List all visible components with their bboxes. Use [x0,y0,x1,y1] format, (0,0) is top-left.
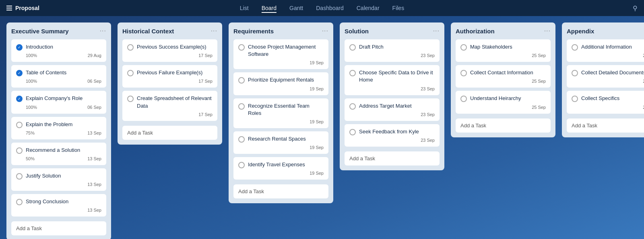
task-date: 19 Sep [310,145,324,150]
task-title: Draft Pitch [359,43,435,51]
task-checkbox[interactable] [349,70,356,76]
task-checkbox[interactable] [572,70,578,76]
task-checkbox[interactable] [460,70,467,76]
task-checkbox[interactable] [572,96,578,102]
task-meta: 23 Sep [349,112,435,117]
column-menu-icon-historical-context[interactable]: ··· [211,27,217,35]
task-card[interactable]: Explain Company's Role100%06 Sep [11,91,106,113]
task-card[interactable]: Strong Conclusion13 Sep [11,194,106,217]
task-checkbox[interactable] [460,96,467,102]
task-card[interactable]: Understand Heirarchy25 Sep [456,91,551,113]
task-card[interactable]: Map Stakeholders25 Sep [456,39,551,62]
task-checkbox[interactable] [16,44,23,51]
task-card[interactable]: Table of Contents100%06 Sep [11,65,106,88]
task-card[interactable]: Draft Pitch23 Sep [345,39,440,62]
task-title: Explain Company's Role [26,95,101,102]
task-date: 06 Sep [87,105,101,110]
task-title: Collect Detailed Documents [581,69,644,76]
column-menu-icon-requirements[interactable]: ··· [322,27,328,35]
task-checkbox[interactable] [127,70,134,76]
task-card[interactable]: Create Spreadsheet of Relevant Data17 Se… [122,91,217,121]
task-card[interactable]: Collect Detailed Documents27 Sep [567,65,644,88]
task-checkbox[interactable] [572,44,578,51]
task-date: 29 Aug [88,53,101,58]
task-date: 13 Sep [87,182,101,187]
task-date: 06 Sep [87,79,101,84]
column-header-solution: Solution··· [345,27,440,35]
task-card[interactable]: Research Rental Spaces19 Sep [233,131,328,154]
add-task-button-authorization[interactable]: Add a Task [456,118,551,133]
task-card[interactable]: Previous Failure Example(s)17 Sep [122,65,217,88]
add-task-button-requirements[interactable]: Add a Task [233,184,328,198]
task-title: Recommend a Solution [26,147,101,154]
task-checkbox[interactable] [349,129,356,135]
task-card[interactable]: Explain the Problem75%13 Sep [11,117,106,139]
nav-list[interactable]: List [240,3,249,13]
task-meta: 19 Sep [238,119,324,124]
menu-icon[interactable] [6,6,12,10]
task-card[interactable]: Recommend a Solution50%13 Sep [11,143,106,165]
task-checkbox[interactable] [16,173,23,180]
task-checkbox[interactable] [460,44,467,51]
task-card[interactable]: Seek Feedback from Kyle23 Sep [345,124,440,147]
task-card[interactable]: Collect Contact Information25 Sep [456,65,551,88]
task-card[interactable]: Justify Solution13 Sep [11,168,106,191]
task-checkbox[interactable] [238,103,245,110]
task-meta: 23 Sep [349,86,435,91]
nav-dashboard[interactable]: Dashboard [316,3,344,13]
task-checkbox[interactable] [238,77,245,84]
task-checkbox[interactable] [16,96,23,102]
task-card[interactable]: Choose Specific Data to Drive it Home23 … [345,65,440,95]
task-meta: 100%06 Sep [16,105,101,110]
task-checkbox[interactable] [16,70,23,76]
column-title-appendix: Appendix [567,28,594,35]
task-checkbox[interactable] [238,44,245,51]
task-checkbox[interactable] [127,96,134,102]
task-card[interactable]: Additional Information27 Sep [567,39,644,62]
task-checkbox[interactable] [127,44,134,51]
brand-title: Proposal [15,5,39,11]
nav-gantt[interactable]: Gantt [289,3,303,13]
task-date: 23 Sep [421,86,435,91]
task-meta: 25 Sep [460,79,546,84]
task-meta: 27 Sep [572,79,644,84]
column-header-authorization: Authorization··· [456,27,551,35]
column-menu-icon-executive-summary[interactable]: ··· [100,27,106,35]
column-menu-icon-solution[interactable]: ··· [433,27,440,35]
task-title: Additional Information [581,43,644,51]
task-checkbox[interactable] [16,147,23,154]
nav-board[interactable]: Board [262,3,277,13]
task-card[interactable]: Identify Travel Expenses19 Sep [233,157,328,180]
task-checkbox[interactable] [349,103,356,110]
nav-calendar[interactable]: Calendar [357,3,380,13]
task-meta: 100%29 Aug [16,53,101,58]
task-checkbox[interactable] [16,122,23,128]
task-title: Create Spreadsheet of Relevant Data [137,95,213,109]
search-icon[interactable]: ⚲ [633,4,638,12]
add-task-button-historical-context[interactable]: Add a Task [122,126,217,140]
task-card[interactable]: Collect Specifics27 Sep [567,91,644,113]
column-authorization: Authorization···Map Stakeholders25 SepCo… [451,22,555,137]
task-card[interactable]: Choose Project Management Software19 Sep [233,39,328,69]
task-checkbox[interactable] [238,136,245,143]
task-title: Address Target Market [359,102,435,110]
task-card[interactable]: Prioritize Equipment Rentals19 Sep [233,72,328,95]
add-task-button-solution[interactable]: Add a Task [345,151,440,165]
task-checkbox[interactable] [349,44,356,51]
task-card[interactable]: Previous Success Example(s)17 Sep [122,39,217,62]
task-card[interactable]: Address Target Market23 Sep [345,98,440,121]
column-solution: Solution···Draft Pitch23 SepChoose Speci… [340,22,444,170]
task-card[interactable]: Introduction100%29 Aug [11,39,106,62]
task-card[interactable]: Recognize Essential Team Roles19 Sep [233,98,328,128]
task-progress: 100% [26,53,37,58]
task-title: Research Rental Spaces [248,135,324,143]
task-checkbox[interactable] [16,199,23,205]
task-meta: 25 Sep [460,105,546,110]
add-task-button-appendix[interactable]: Add a Task [567,118,644,133]
task-date: 19 Sep [310,60,324,65]
column-menu-icon-authorization[interactable]: ··· [544,27,551,35]
nav-files[interactable]: Files [392,3,405,13]
top-nav: Proposal List Board Gantt Dashboard Cale… [0,0,644,16]
task-checkbox[interactable] [238,162,245,168]
add-task-button-executive-summary[interactable]: Add a Task [11,221,106,235]
